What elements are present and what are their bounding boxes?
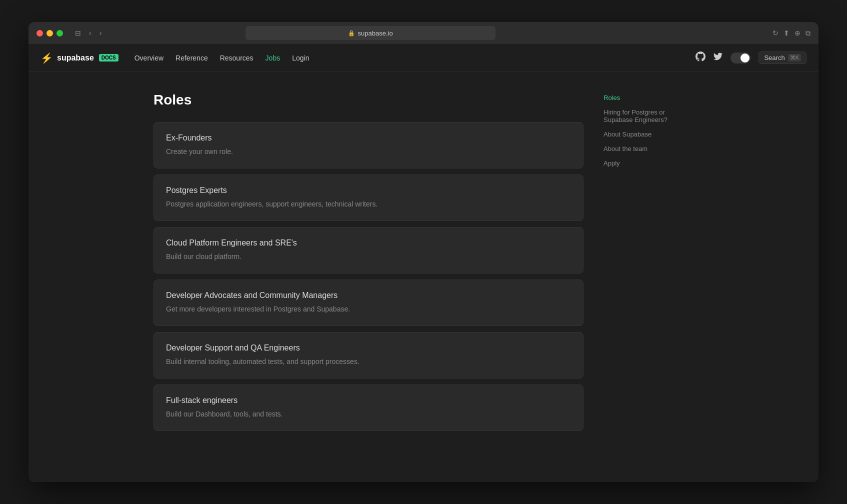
sidebar-nav-apply[interactable]: Apply	[604, 160, 694, 167]
top-nav: ⚡ supabase DOCS Overview Reference Resou…	[28, 44, 818, 72]
nav-link-jobs[interactable]: Jobs	[266, 54, 280, 62]
browser-chrome: ⊟ ‹ › 🔒 supabase.io ↻ ⬆ ⊕ ⧉	[28, 22, 818, 44]
address-bar[interactable]: 🔒 supabase.io	[246, 26, 496, 40]
traffic-lights	[36, 30, 63, 36]
url-text: supabase.io	[358, 30, 393, 37]
role-card-postgres-experts[interactable]: Postgres Experts Postgres application en…	[154, 174, 584, 221]
role-description: Postgres application engineers, support …	[166, 199, 571, 210]
browser-actions: ↻ ⬆ ⊕ ⧉	[772, 29, 810, 38]
sidebar-nav-roles[interactable]: Roles	[604, 94, 694, 102]
role-title: Developer Advocates and Community Manage…	[166, 291, 571, 300]
github-icon[interactable]	[696, 52, 706, 64]
forward-button[interactable]: ›	[98, 28, 104, 38]
sidebar-toggle-button[interactable]: ⊟	[73, 28, 83, 38]
role-description: Build internal tooling, automated tests,…	[166, 356, 571, 367]
page: ⚡ supabase DOCS Overview Reference Resou…	[28, 44, 818, 482]
nav-link-reference[interactable]: Reference	[176, 54, 208, 62]
role-description: Build our cloud platform.	[166, 252, 571, 262]
close-button[interactable]	[36, 30, 43, 36]
nav-link-overview[interactable]: Overview	[134, 54, 164, 62]
role-description: Create your own role.	[166, 146, 571, 157]
role-title: Developer Support and QA Engineers	[166, 344, 571, 352]
lock-icon: 🔒	[348, 30, 355, 36]
nav-right: Search ⌘K	[696, 52, 806, 64]
search-label: Search	[764, 54, 784, 62]
share-icon[interactable]: ⬆	[784, 29, 790, 38]
main-layout: Roles Ex-Founders Create your own role. …	[124, 72, 724, 457]
role-description: Get more developers interested in Postgr…	[166, 304, 571, 314]
role-title: Cloud Platform Engineers and SRE's	[166, 238, 571, 248]
minimize-button[interactable]	[46, 30, 53, 36]
search-button[interactable]: Search ⌘K	[758, 52, 806, 64]
tabs-icon[interactable]: ⧉	[806, 29, 810, 38]
logo-icon: ⚡	[40, 52, 53, 64]
sidebar-nav-about-supabase[interactable]: About Supabase	[604, 130, 694, 138]
sidebar-nav-about-team[interactable]: About the team	[604, 145, 694, 152]
role-card-cloud-platform[interactable]: Cloud Platform Engineers and SRE's Build…	[154, 227, 584, 274]
browser-controls: ⊟ ‹ ›	[73, 28, 104, 38]
nav-link-login[interactable]: Login	[292, 54, 309, 62]
logo-area[interactable]: ⚡ supabase DOCS	[40, 52, 118, 64]
theme-toggle-knob	[740, 54, 750, 62]
logo-text: supabase	[57, 54, 94, 62]
role-description: Build our Dashboard, tools, and tests.	[166, 409, 571, 420]
browser-window: ⊟ ‹ › 🔒 supabase.io ↻ ⬆ ⊕ ⧉ ⚡ supabase D…	[28, 22, 818, 482]
docs-badge: DOCS	[99, 54, 118, 62]
theme-toggle[interactable]	[730, 52, 750, 64]
role-title: Postgres Experts	[166, 186, 571, 195]
content-area: Roles Ex-Founders Create your own role. …	[154, 92, 584, 437]
sidebar-nav-hiring[interactable]: Hiring for Postgres or Supabase Engineer…	[604, 108, 694, 124]
nav-links: Overview Reference Resources Jobs Login	[134, 54, 696, 62]
twitter-icon[interactable]	[714, 52, 722, 64]
right-sidebar: Roles Hiring for Postgres or Supabase En…	[604, 92, 694, 437]
maximize-button[interactable]	[56, 30, 63, 36]
role-title: Full-stack engineers	[166, 396, 571, 405]
role-card-ex-founders[interactable]: Ex-Founders Create your own role.	[154, 122, 584, 168]
page-title: Roles	[154, 92, 584, 108]
role-card-developer-advocates[interactable]: Developer Advocates and Community Manage…	[154, 280, 584, 326]
role-card-developer-support[interactable]: Developer Support and QA Engineers Build…	[154, 332, 584, 378]
role-title: Ex-Founders	[166, 134, 571, 142]
new-tab-icon[interactable]: ⊕	[794, 29, 800, 38]
reload-icon[interactable]: ↻	[772, 29, 778, 38]
role-card-fullstack[interactable]: Full-stack engineers Build our Dashboard…	[154, 384, 584, 431]
nav-link-resources[interactable]: Resources	[220, 54, 254, 62]
search-shortcut: ⌘K	[788, 54, 801, 62]
back-button[interactable]: ‹	[87, 28, 94, 38]
